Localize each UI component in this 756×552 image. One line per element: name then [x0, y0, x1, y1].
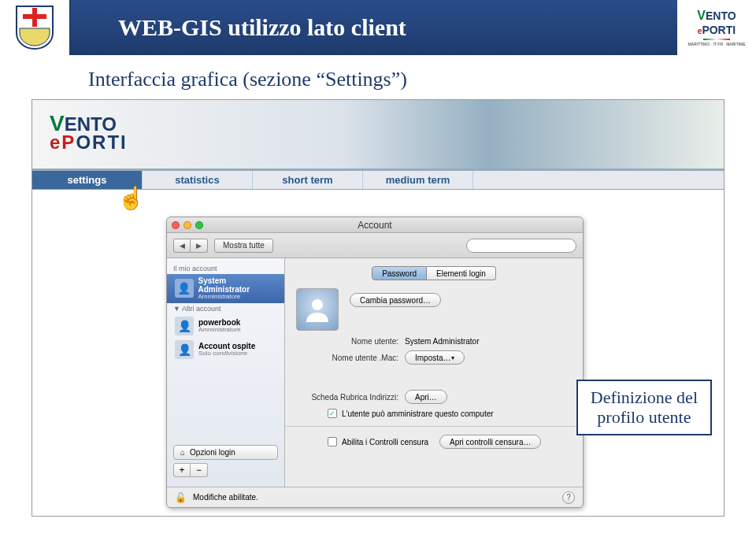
dotmac-button[interactable]: Imposta… [405, 350, 465, 365]
tab-spacer [473, 171, 724, 189]
user-icon: 👤 [175, 279, 194, 298]
search-field[interactable] [466, 239, 576, 253]
sidebar-item-guest[interactable]: 👤 Account ospite Solo condivisione [167, 338, 284, 361]
login-options-button[interactable]: ⌂ Opzioni login [173, 445, 278, 460]
callout-box: Definizione del profilo utente [576, 380, 712, 435]
username-label: Nome utente: [296, 337, 398, 346]
admin-checkbox[interactable]: ✓ [328, 409, 337, 418]
open-address-button[interactable]: Apri… [405, 390, 447, 404]
slide-subtitle: Interfaccia grafica (sezione “Settings”) [0, 55, 756, 99]
page-title: WEB-GIS utilizzo lato client [118, 14, 406, 41]
open-parental-button[interactable]: Apri controlli censura… [439, 435, 541, 449]
footer-status: Modifiche abilitate. [193, 493, 258, 502]
banner-logo: VENTO ePORTI [50, 111, 128, 154]
remove-account-button[interactable]: − [191, 463, 208, 477]
tab-short-term[interactable]: short term [253, 171, 363, 189]
show-all-button[interactable]: Mostra tutte [214, 239, 273, 253]
user-avatar[interactable] [296, 288, 339, 331]
window-title: Account [167, 220, 583, 231]
house-icon: ⌂ [180, 448, 185, 457]
dotmac-label: Nome utente .Mac: [296, 354, 398, 362]
account-window: Account ◀ ▶ Mostra tutte Il mio account … [166, 217, 584, 508]
change-password-button[interactable]: Cambia password… [350, 293, 441, 307]
forward-button[interactable]: ▶ [191, 239, 208, 253]
window-toolbar: ◀ ▶ Mostra tutte [167, 233, 583, 258]
address-label: Scheda Rubrica Indirizzi: [296, 393, 398, 402]
window-titlebar[interactable]: Account [167, 217, 583, 233]
window-footer: 🔓 Modifiche abilitate. ? [167, 487, 583, 507]
sidebar-item-powerbook[interactable]: 👤 powerbook Amministratore [167, 314, 284, 338]
sidebar-heading-other: ▼ Altri account [167, 303, 284, 314]
tab-settings[interactable]: settings [32, 171, 143, 189]
webgis-frame: VENTO ePORTI settings statistics short t… [32, 99, 724, 517]
accounts-sidebar: Il mio account 👤 System Administrator Am… [167, 258, 285, 487]
header-bar: WEB-GIS utilizzo lato client [71, 0, 677, 55]
svg-rect-1 [23, 14, 46, 19]
tab-login-items[interactable]: Elementi login [427, 266, 496, 280]
search-input[interactable] [475, 241, 575, 250]
sidebar-item-sysadmin[interactable]: 👤 System Administrator Amministratore [167, 274, 284, 303]
back-button[interactable]: ◀ [173, 239, 191, 253]
tab-password[interactable]: Password [372, 266, 427, 280]
webgis-banner: VENTO ePORTI [32, 100, 724, 171]
user-icon: 👤 [175, 340, 194, 359]
user-icon: 👤 [175, 317, 194, 335]
vento-porti-logo: VENTO ePORTI MARITTIMO · IT FR · MARITIM… [677, 0, 756, 55]
tab-medium-term[interactable]: medium term [363, 171, 473, 189]
admin-checkbox-label: L'utente può amministrare questo compute… [342, 409, 494, 418]
help-button[interactable]: ? [562, 491, 575, 504]
account-content: Password Elementi login Cambia password…… [285, 258, 583, 487]
lock-icon[interactable]: 🔓 [175, 492, 187, 503]
genova-shield-logo [0, 0, 71, 55]
webgis-tabs: settings statistics short term medium te… [32, 171, 724, 190]
add-account-button[interactable]: + [173, 463, 191, 477]
tab-statistics[interactable]: statistics [143, 171, 253, 189]
slide-header: WEB-GIS utilizzo lato client VENTO ePORT… [0, 0, 756, 55]
parental-checkbox-label: Abilita i Controlli censura [342, 438, 428, 446]
divider [285, 426, 583, 427]
parental-checkbox[interactable] [328, 437, 337, 446]
sidebar-heading-myaccount: Il mio account [167, 263, 284, 274]
svg-point-4 [312, 299, 323, 310]
username-value: System Administrator [405, 337, 479, 346]
content-tabs: Password Elementi login [296, 266, 572, 280]
